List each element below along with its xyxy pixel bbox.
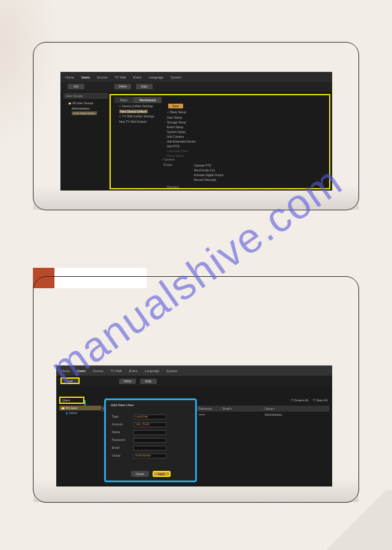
nav-users[interactable]: Users	[81, 75, 90, 79]
left-pane-1: User Groups All User Groups Administrato…	[63, 93, 108, 117]
col-email[interactable]: Email ▾	[221, 407, 263, 410]
top-nav-2: Home Users Source TV Wall Event Language…	[56, 365, 332, 376]
top-nav-1: Home Users Source TV Wall Event Language…	[60, 72, 332, 82]
highlight-box-1	[110, 94, 330, 189]
cell-password: ••••••	[197, 413, 221, 416]
leftpane-header: User Groups	[63, 93, 108, 99]
select-all[interactable]: ☐ Select All	[313, 399, 327, 402]
nav-language[interactable]: Language	[145, 369, 159, 373]
screenshot-1: Home Users Source TV Wall Event Language…	[60, 72, 332, 191]
dialog-form: Type Local User Account John_Smith Name …	[106, 410, 195, 463]
delete-button[interactable]: Delete	[119, 379, 136, 384]
cell-group: Administrator	[263, 413, 329, 416]
select-controls: ☐ Deselect All ☐ Select All	[291, 399, 327, 402]
nav-event[interactable]: Event	[133, 75, 142, 79]
input-account[interactable]: John_Smith	[133, 422, 166, 427]
figure-1-frame: Home Users Source TV Wall Event Language…	[33, 42, 359, 210]
nav-source[interactable]: Source	[97, 75, 107, 79]
group-tree: All User Groups Administrator Live View …	[63, 99, 108, 117]
input-email[interactable]	[133, 446, 166, 451]
input-group[interactable]: Administrator	[133, 454, 166, 458]
tree-admin[interactable]: Admin	[59, 410, 101, 415]
toolbar-2: Add Delete Apply	[56, 376, 332, 386]
input-type[interactable]: Local User	[133, 415, 166, 419]
users-label: Users	[59, 397, 84, 404]
add-button[interactable]: Add	[60, 377, 80, 384]
deselect-all[interactable]: ☐ Deselect All	[291, 399, 308, 402]
toolbar-1: Add Delete Apply	[60, 82, 332, 92]
screenshot-2: Home Users Source TV Wall Event Language…	[56, 365, 332, 486]
dialog-buttons: Cancel Apply	[106, 471, 195, 477]
nav-tvwall[interactable]: TV Wall	[114, 75, 126, 79]
nav-system[interactable]: System	[166, 369, 177, 373]
lbl-name: Name	[112, 428, 130, 436]
tree-all-users[interactable]: 📁 All Users	[59, 406, 101, 410]
col-group[interactable]: Group ▾	[263, 407, 329, 410]
nav-language[interactable]: Language	[149, 75, 163, 79]
tree-live[interactable]: Live View Users	[65, 111, 107, 116]
nav-home[interactable]: Home	[65, 75, 74, 79]
delete-button[interactable]: Delete	[114, 84, 131, 89]
apply-button[interactable]: Apply	[153, 471, 171, 477]
col-password[interactable]: Password	[197, 407, 221, 410]
lbl-password: Password	[112, 436, 130, 444]
lbl-email: Email	[112, 444, 130, 452]
nav-home[interactable]: Home	[61, 369, 70, 373]
figure-2-frame: Home Users Source TV Wall Event Language…	[33, 276, 359, 503]
input-password[interactable]	[133, 438, 166, 443]
tree-admin[interactable]: Administrator	[65, 106, 107, 111]
add-user-dialog: Add New User Type Local User Account Joh…	[104, 398, 197, 482]
cancel-button[interactable]: Cancel	[131, 471, 149, 477]
dialog-title: Add New User	[106, 400, 195, 410]
tree-root[interactable]: All User Groups	[65, 101, 107, 106]
nav-tvwall[interactable]: TV Wall	[110, 369, 121, 373]
lbl-account: Account	[112, 421, 130, 428]
nav-event[interactable]: Event	[129, 369, 138, 373]
nav-system[interactable]: System	[171, 75, 181, 79]
apply-button[interactable]: Apply	[136, 84, 153, 89]
apply-button[interactable]: Apply	[140, 379, 157, 384]
add-button[interactable]: Add	[68, 84, 84, 89]
lbl-group: Group	[112, 452, 130, 460]
left-pane-2: 📁 All Users Admin	[59, 406, 101, 415]
lbl-type: Type	[112, 413, 130, 421]
nav-users[interactable]: Users	[77, 369, 86, 373]
input-name[interactable]	[133, 430, 166, 435]
nav-source[interactable]: Source	[93, 369, 103, 373]
